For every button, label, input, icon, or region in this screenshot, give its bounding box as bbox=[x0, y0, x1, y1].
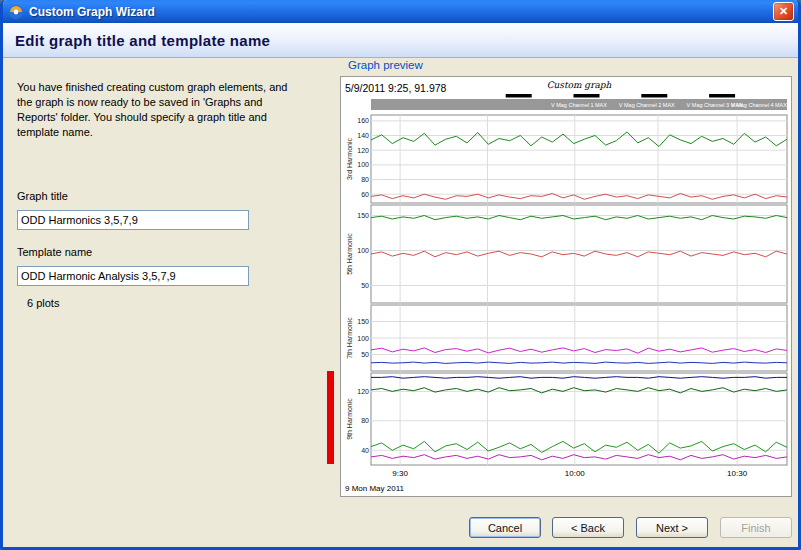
svg-text:3rd Harmonic: 3rd Harmonic bbox=[346, 137, 353, 180]
svg-text:100: 100 bbox=[357, 335, 369, 342]
svg-text:80: 80 bbox=[361, 417, 369, 424]
back-button[interactable]: < Back bbox=[552, 517, 624, 538]
page-title: Edit graph title and template name bbox=[15, 32, 270, 49]
svg-text:100: 100 bbox=[357, 161, 369, 168]
graph-canvas: 5/9/2011 9:25, 91.978Custom graphV Mag C… bbox=[341, 77, 791, 496]
graph-preview-label: Graph preview bbox=[348, 59, 423, 71]
graph-title-input[interactable] bbox=[17, 210, 249, 230]
svg-text:V Mag Channel 1 MAX: V Mag Channel 1 MAX bbox=[551, 102, 607, 108]
svg-text:9 Mon May 2011: 9 Mon May 2011 bbox=[345, 484, 405, 493]
red-indicator bbox=[327, 371, 334, 464]
svg-text:Custom graph: Custom graph bbox=[547, 80, 612, 90]
wizard-header: Edit graph title and template name bbox=[3, 23, 798, 58]
svg-text:80: 80 bbox=[361, 176, 369, 183]
svg-text:120: 120 bbox=[357, 147, 369, 154]
window-title: Custom Graph Wizard bbox=[29, 5, 773, 19]
svg-text:5th Harmonic: 5th Harmonic bbox=[346, 233, 353, 275]
plots-count: 6 plots bbox=[27, 297, 59, 309]
close-button[interactable]: ✕ bbox=[773, 2, 794, 21]
svg-text:5/9/2011 9:25, 91.978: 5/9/2011 9:25, 91.978 bbox=[345, 82, 447, 94]
svg-text:7th Harmonic: 7th Harmonic bbox=[346, 317, 353, 359]
svg-text:9:30: 9:30 bbox=[392, 469, 408, 478]
svg-text:160: 160 bbox=[357, 117, 369, 124]
wizard-window: Custom Graph Wizard ✕ Edit graph title a… bbox=[0, 0, 801, 550]
svg-text:120: 120 bbox=[357, 388, 369, 395]
template-name-label: Template name bbox=[17, 246, 92, 258]
svg-text:10:30: 10:30 bbox=[727, 469, 748, 478]
svg-text:60: 60 bbox=[361, 191, 369, 198]
svg-text:100: 100 bbox=[357, 247, 369, 254]
titlebar: Custom Graph Wizard ✕ bbox=[3, 0, 798, 23]
svg-text:50: 50 bbox=[361, 351, 369, 358]
svg-text:50: 50 bbox=[361, 282, 369, 289]
svg-text:V Mag Channel 2 MAX: V Mag Channel 2 MAX bbox=[619, 102, 675, 108]
svg-text:V Mag Channel 4 MAX: V Mag Channel 4 MAX bbox=[731, 102, 787, 108]
graph-preview: 5/9/2011 9:25, 91.978Custom graphV Mag C… bbox=[340, 76, 792, 497]
svg-text:150: 150 bbox=[357, 212, 369, 219]
app-icon bbox=[8, 4, 24, 20]
svg-text:10:00: 10:00 bbox=[565, 469, 586, 478]
svg-text:9th Harmonic: 9th Harmonic bbox=[346, 398, 353, 440]
template-name-input[interactable] bbox=[17, 266, 249, 286]
svg-text:40: 40 bbox=[361, 447, 369, 454]
description-text: You have finished creating custom graph … bbox=[17, 80, 299, 139]
graph-title-label: Graph title bbox=[17, 190, 68, 202]
svg-text:150: 150 bbox=[357, 318, 369, 325]
next-button[interactable]: Next > bbox=[636, 517, 708, 538]
cancel-button[interactable]: Cancel bbox=[469, 517, 541, 538]
finish-button: Finish bbox=[720, 517, 792, 538]
svg-text:140: 140 bbox=[357, 132, 369, 139]
